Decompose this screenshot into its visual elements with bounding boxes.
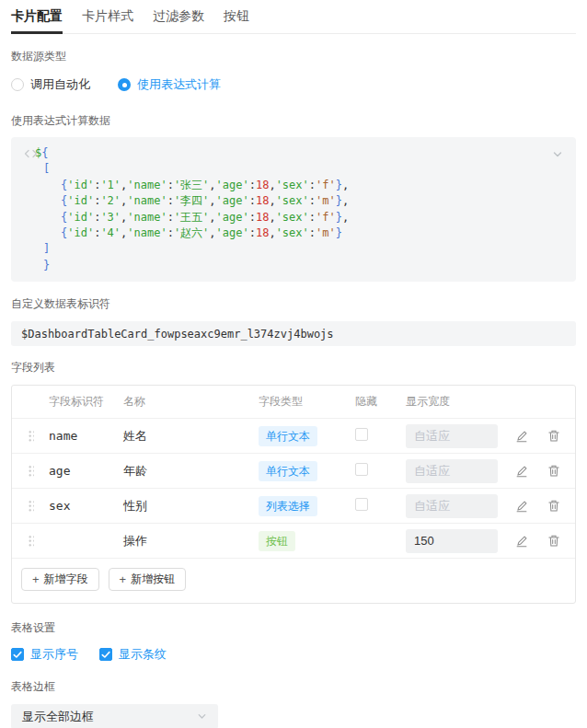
edit-icon[interactable]	[515, 535, 528, 548]
delete-icon[interactable]	[547, 429, 560, 443]
code-token: 'id'	[67, 194, 94, 207]
code-token: ,	[342, 194, 349, 207]
radio-checked-icon[interactable]	[118, 78, 131, 91]
code-token: ,	[209, 226, 215, 239]
code-token: '李四'	[174, 194, 209, 207]
width-input[interactable]: 自适应	[406, 424, 498, 448]
field-list-table: 字段标识符名称字段类型隐藏显示宽度 name姓名单行文本自适应age年龄单行文本…	[11, 385, 576, 604]
code-token: ]	[43, 242, 50, 255]
drag-handle-icon[interactable]	[28, 429, 34, 443]
checkbox-checked-icon[interactable]	[11, 648, 24, 661]
field-identifier: name	[49, 429, 123, 443]
code-icon	[23, 147, 39, 160]
radio-call-automation[interactable]: 调用自动化	[11, 76, 90, 93]
code-token: 'sex'	[276, 194, 309, 207]
delete-icon[interactable]	[547, 534, 560, 548]
identifier-label: 自定义数据表标识符	[11, 296, 576, 312]
code-token: {	[41, 146, 48, 159]
tab-card-style[interactable]: 卡片样式	[82, 8, 133, 34]
field-name: 年龄	[123, 463, 259, 480]
code-token: '赵六'	[174, 226, 209, 239]
code-token: :	[167, 211, 174, 224]
edit-icon[interactable]	[515, 465, 528, 478]
tab-filter-params[interactable]: 过滤参数	[153, 8, 204, 34]
checkbox-show-index[interactable]: 显示序号	[11, 646, 78, 663]
field-row: age年龄单行文本自适应	[12, 454, 575, 489]
checkbox-checked-icon[interactable]	[99, 648, 112, 661]
radio-label: 调用自动化	[30, 76, 90, 93]
code-token: 'sex'	[276, 179, 309, 191]
code-token: ,	[209, 211, 215, 224]
identifier-input[interactable]: $DashboardTableCard_fowpseaxc9emr_l374zv…	[11, 321, 576, 346]
code-token: :	[249, 226, 256, 239]
width-input[interactable]: 自适应	[406, 494, 498, 518]
code-token: '3'	[100, 211, 121, 224]
field-type-tag: 按钮	[259, 531, 295, 551]
drag-handle-icon[interactable]	[28, 464, 34, 478]
add-button-label: 新增按钮	[131, 572, 175, 587]
table-settings-label: 表格设置	[11, 620, 576, 636]
plus-icon: +	[120, 573, 127, 585]
field-name: 操作	[123, 533, 259, 549]
table-border-label: 表格边框	[11, 679, 576, 695]
radio-label: 使用表达式计算	[137, 76, 221, 93]
code-token: '1'	[100, 179, 121, 191]
drag-handle-icon[interactable]	[28, 499, 34, 513]
hidden-checkbox[interactable]	[355, 463, 368, 476]
field-row: sex性别列表选择自适应	[12, 489, 575, 524]
table-settings-checkboxes: 显示序号显示条纹	[11, 646, 576, 663]
code-token: :	[249, 211, 256, 224]
delete-icon[interactable]	[547, 464, 560, 478]
delete-icon[interactable]	[547, 499, 560, 513]
width-input[interactable]: 150	[406, 529, 498, 553]
checkbox-label: 显示条纹	[119, 646, 167, 663]
checkbox-label: 显示序号	[30, 646, 78, 663]
code-token: 'name'	[127, 211, 167, 224]
field-type-tag: 单行文本	[259, 461, 317, 481]
code-token: 'sex'	[276, 226, 309, 239]
code-token: '张三'	[174, 179, 209, 191]
code-token: :	[167, 226, 174, 239]
code-token: :	[309, 211, 316, 224]
field-type-tag: 列表选择	[259, 496, 317, 516]
hidden-checkbox[interactable]	[355, 498, 368, 511]
add-field-button[interactable]: + 新增字段	[21, 568, 99, 591]
drag-handle-icon[interactable]	[28, 534, 34, 548]
chevron-down-icon[interactable]	[550, 147, 565, 162]
field-row: 操作按钮150	[12, 524, 575, 559]
field-name: 姓名	[123, 428, 259, 445]
column-header: 名称	[123, 394, 259, 410]
code-token: :	[249, 194, 256, 207]
tabbar: 卡片配置卡片样式过滤参数按钮	[11, 0, 576, 34]
code-token: 'f'	[316, 179, 336, 191]
code-token: }	[336, 194, 342, 207]
radio-use-expression[interactable]: 使用表达式计算	[118, 76, 221, 93]
width-input[interactable]: 自适应	[406, 459, 498, 483]
code-token: ,	[209, 179, 215, 191]
code-token: 'm'	[316, 194, 336, 207]
code-token: 18	[256, 194, 269, 207]
field-table-footer: + 新增字段 + 新增按钮	[12, 559, 575, 603]
radio-icon[interactable]	[11, 78, 24, 91]
expression-editor[interactable]: ${[{'id':'1','name':'张三','age':18,'sex':…	[11, 137, 576, 282]
expression-label: 使用表达式计算数据	[11, 113, 576, 129]
hidden-checkbox[interactable]	[355, 428, 368, 441]
edit-icon[interactable]	[515, 430, 528, 443]
tab-buttons[interactable]: 按钮	[224, 8, 249, 34]
plus-icon: +	[32, 573, 40, 585]
add-button-button[interactable]: + 新增按钮	[109, 568, 187, 591]
field-identifier: sex	[49, 499, 123, 513]
edit-icon[interactable]	[515, 500, 528, 513]
column-header: 字段类型	[259, 394, 355, 410]
code-token: :	[309, 179, 316, 191]
code-token: 18	[256, 179, 269, 191]
border-select[interactable]: 显示全部边框	[11, 704, 218, 728]
checkbox-show-stripes[interactable]: 显示条纹	[99, 646, 167, 663]
code-token: }	[336, 226, 342, 239]
tab-card-config[interactable]: 卡片配置	[11, 8, 63, 34]
expression-code: ${[{'id':'1','name':'张三','age':18,'sex':…	[11, 145, 550, 273]
chevron-down-icon	[195, 710, 209, 723]
code-token: ,	[269, 179, 275, 191]
data-source-radio-group: 调用自动化使用表达式计算	[11, 76, 576, 93]
code-token: 'age'	[216, 211, 249, 224]
